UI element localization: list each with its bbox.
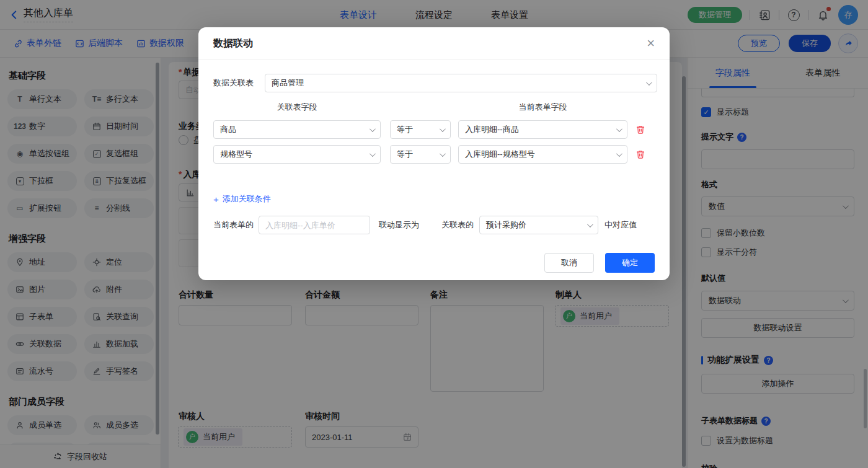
- current-form-field-select[interactable]: 入库明细--商品: [458, 120, 627, 139]
- cancel-button[interactable]: 取消: [544, 253, 594, 273]
- chevron-down-icon: [646, 79, 652, 86]
- current-form-field-select[interactable]: 入库明细--规格型号: [458, 145, 627, 164]
- confirm-button[interactable]: 确定: [605, 253, 655, 273]
- chevron-down-icon: [616, 151, 622, 157]
- related-field-select[interactable]: 规格型号: [213, 145, 381, 164]
- chevron-down-icon: [370, 126, 376, 132]
- chevron-down-icon: [587, 221, 593, 227]
- condition-row: 商品 等于 入库明细--商品: [213, 120, 645, 139]
- linkage-display-label: 联动显示为: [379, 219, 419, 231]
- relation-table-select[interactable]: 商品管理: [265, 74, 657, 92]
- current-field-input[interactable]: [259, 216, 370, 234]
- delete-condition-icon[interactable]: [636, 125, 645, 135]
- column-header-right: 当前表单字段: [458, 102, 627, 113]
- current-form-label: 当前表单的: [213, 219, 254, 231]
- operator-select[interactable]: 等于: [390, 120, 451, 139]
- related-table-label: 关联表的: [441, 219, 474, 231]
- data-linkage-modal: 数据联动 × 数据关联表 商品管理 关联表字段 当前表单字段 商品 等于 入库明…: [198, 27, 670, 280]
- column-header-left: 关联表字段: [213, 102, 381, 113]
- close-icon[interactable]: ×: [647, 37, 655, 50]
- add-condition-link[interactable]: + 添加关联条件: [213, 193, 271, 205]
- modal-title: 数据联动: [213, 37, 253, 50]
- chevron-down-icon: [370, 151, 376, 157]
- chevron-down-icon: [440, 151, 446, 157]
- related-field-select[interactable]: 商品: [213, 120, 381, 139]
- related-value-select[interactable]: 预计采购价: [479, 216, 598, 234]
- condition-row: 规格型号 等于 入库明细--规格型号: [213, 145, 645, 164]
- plus-icon: +: [213, 194, 219, 205]
- chevron-down-icon: [440, 126, 446, 132]
- corresponding-value-label: 中对应值: [604, 219, 637, 231]
- chevron-down-icon: [616, 126, 622, 132]
- operator-select[interactable]: 等于: [390, 145, 451, 164]
- relation-table-label: 数据关联表: [213, 77, 254, 89]
- delete-condition-icon[interactable]: [636, 149, 645, 159]
